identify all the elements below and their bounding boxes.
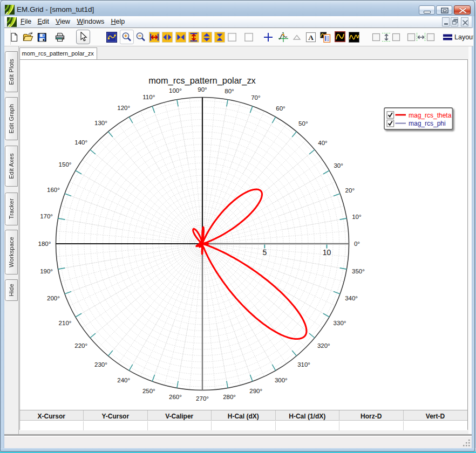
svg-text:300°: 300° — [274, 377, 287, 383]
svg-text:320°: 320° — [317, 342, 330, 349]
svg-text:60°: 60° — [276, 105, 285, 112]
svg-text:260°: 260° — [169, 394, 182, 400]
svg-text:50°: 50° — [298, 120, 308, 127]
svg-text:180°: 180° — [38, 241, 51, 247]
svg-text:310°: 310° — [297, 361, 310, 368]
svg-text:150°: 150° — [58, 161, 71, 168]
svg-text:230°: 230° — [94, 361, 107, 368]
svg-text:330°: 330° — [333, 320, 346, 326]
svg-text:30°: 30° — [334, 162, 343, 169]
svg-text:mag_rcs_phi: mag_rcs_phi — [409, 120, 446, 127]
svg-text:5: 5 — [262, 248, 267, 257]
svg-text:70°: 70° — [251, 94, 260, 101]
svg-text:280°: 280° — [223, 394, 236, 400]
svg-text:290°: 290° — [249, 388, 262, 394]
svg-text:10: 10 — [322, 248, 331, 257]
svg-text:220°: 220° — [74, 342, 87, 349]
svg-text:A: A — [308, 33, 314, 42]
svg-text:0°: 0° — [353, 241, 359, 247]
svg-text:10°: 10° — [352, 214, 361, 220]
svg-text:140°: 140° — [74, 139, 87, 146]
svg-text:40°: 40° — [318, 140, 327, 146]
svg-text:240°: 240° — [117, 377, 130, 383]
svg-text:340°: 340° — [345, 295, 358, 301]
svg-text:190°: 190° — [40, 268, 53, 274]
svg-text:100°: 100° — [169, 87, 182, 94]
svg-text:mom_rcs_pattern_polar_zx: mom_rcs_pattern_polar_zx — [148, 76, 256, 86]
svg-text:200°: 200° — [47, 295, 60, 301]
svg-text:130°: 130° — [94, 120, 107, 126]
svg-text:270°: 270° — [196, 395, 209, 402]
svg-text:170°: 170° — [40, 213, 53, 219]
svg-text:250°: 250° — [142, 388, 155, 394]
svg-text:80°: 80° — [225, 88, 234, 94]
svg-text:90°: 90° — [198, 86, 207, 93]
svg-text:20°: 20° — [345, 187, 354, 194]
svg-text:160°: 160° — [47, 187, 60, 193]
svg-text:110°: 110° — [142, 94, 155, 100]
svg-text:210°: 210° — [58, 320, 71, 326]
svg-text:mag_rcs_theta: mag_rcs_theta — [409, 112, 452, 119]
svg-text:350°: 350° — [352, 268, 365, 274]
svg-text:120°: 120° — [117, 105, 130, 111]
